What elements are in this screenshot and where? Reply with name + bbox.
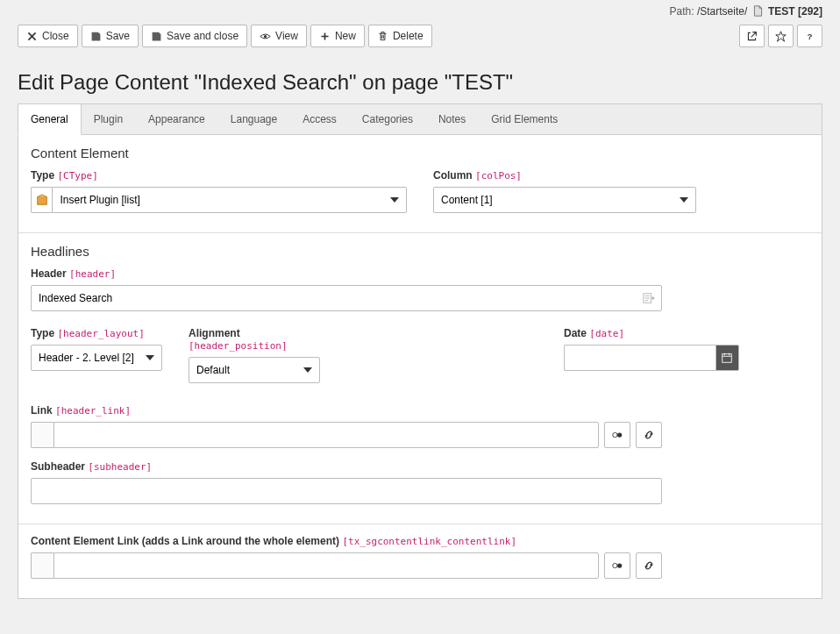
path-uid: [292] <box>798 5 822 18</box>
eye-icon <box>260 31 271 42</box>
toolbar: Close Save Save and close View New Delet… <box>0 21 840 54</box>
save-close-button[interactable]: Save and close <box>142 25 247 47</box>
link-browser-button[interactable] <box>636 422 662 448</box>
svg-point-7 <box>613 563 617 567</box>
bookmark-button[interactable] <box>768 25 794 47</box>
content-link-toggle-button[interactable] <box>604 552 630 579</box>
plus-icon <box>319 31 331 42</box>
save-close-icon <box>151 31 162 42</box>
tab-appearance[interactable]: Appearance <box>136 104 218 134</box>
close-button[interactable]: Close <box>18 25 78 47</box>
view-button[interactable]: View <box>251 25 307 47</box>
content-link-input[interactable] <box>53 552 599 579</box>
tab-categories[interactable]: Categories <box>350 104 426 134</box>
header-layout-select[interactable]: Header - 2. Level [2] <box>31 345 162 371</box>
colpos-label: Column [colPos] <box>433 169 696 182</box>
tab-language[interactable]: Language <box>218 104 290 134</box>
section-heading: Content Element <box>31 146 809 160</box>
help-button[interactable]: ? <box>797 25 822 47</box>
path-page: TEST <box>768 5 795 18</box>
svg-point-6 <box>617 432 622 437</box>
svg-point-5 <box>613 432 617 437</box>
svg-rect-2 <box>37 197 46 205</box>
tab-access[interactable]: Access <box>290 104 350 134</box>
tab-general[interactable]: General <box>18 103 82 135</box>
trash-icon <box>377 31 388 42</box>
toggle-icon <box>611 559 623 572</box>
path-label: Path: <box>670 5 694 18</box>
header-position-select[interactable]: Default <box>189 357 320 383</box>
plugin-icon <box>31 187 52 213</box>
header-input[interactable] <box>31 285 662 311</box>
path-root-link[interactable]: /Startseite/ <box>697 5 747 18</box>
subheader-input[interactable] <box>31 478 662 504</box>
tab-grid-elements[interactable]: Grid Elements <box>479 104 571 134</box>
form-panel: Content Element Type [CType] Insert Plug… <box>18 134 822 599</box>
link-prefix <box>31 422 53 448</box>
section-content-link: Content Element Link (adds a Link around… <box>18 524 822 598</box>
star-icon <box>775 31 787 42</box>
header-link-label: Link [header_link] <box>31 404 662 417</box>
calendar-icon <box>721 352 733 364</box>
date-input[interactable] <box>564 345 715 371</box>
header-layout-label: Type [header_layout] <box>31 327 162 339</box>
ctype-label: Type [CType] <box>31 169 407 182</box>
page-icon <box>752 5 764 17</box>
tabs: General Plugin Appearance Language Acces… <box>18 103 822 134</box>
section-headlines: Headlines Header [header] Type [header_l… <box>18 233 822 524</box>
open-external-button[interactable] <box>739 25 765 47</box>
content-link-prefix <box>31 552 53 579</box>
date-picker-button[interactable] <box>715 345 740 371</box>
section-content-element: Content Element Type [CType] Insert Plug… <box>18 135 822 233</box>
subheader-label: Subheader [subheader] <box>31 460 662 473</box>
header-position-label: Alignment [header_position] <box>189 327 320 352</box>
header-link-input[interactable] <box>53 422 599 448</box>
toggle-icon <box>611 429 623 441</box>
ctype-select[interactable]: Insert Plugin [list] <box>52 187 407 213</box>
svg-point-0 <box>264 34 267 37</box>
header-label: Header [header] <box>31 267 662 280</box>
colpos-select[interactable]: Content [1] <box>433 187 696 213</box>
svg-text:?: ? <box>808 31 813 40</box>
external-icon <box>746 31 758 42</box>
page-title: Edit Page Content "Indexed Search" on pa… <box>0 54 840 103</box>
breadcrumb: Path: /Startseite/ TEST [292] <box>0 0 840 21</box>
link-icon <box>643 559 655 572</box>
help-icon: ? <box>804 31 815 42</box>
svg-point-8 <box>617 563 622 567</box>
link-toggle-button[interactable] <box>604 422 630 448</box>
content-link-browser-button[interactable] <box>636 552 662 579</box>
tab-plugin[interactable]: Plugin <box>82 104 136 134</box>
svg-rect-4 <box>723 354 732 363</box>
save-icon <box>90 31 102 42</box>
close-icon <box>26 31 38 42</box>
section-heading: Headlines <box>31 244 809 259</box>
date-label: Date [date] <box>564 327 739 339</box>
content-link-label: Content Element Link (adds a Link around… <box>31 535 662 547</box>
save-button[interactable]: Save <box>82 25 139 47</box>
delete-button[interactable]: Delete <box>368 25 432 47</box>
tab-notes[interactable]: Notes <box>426 104 479 134</box>
link-icon <box>643 429 655 441</box>
new-button[interactable]: New <box>310 25 365 47</box>
